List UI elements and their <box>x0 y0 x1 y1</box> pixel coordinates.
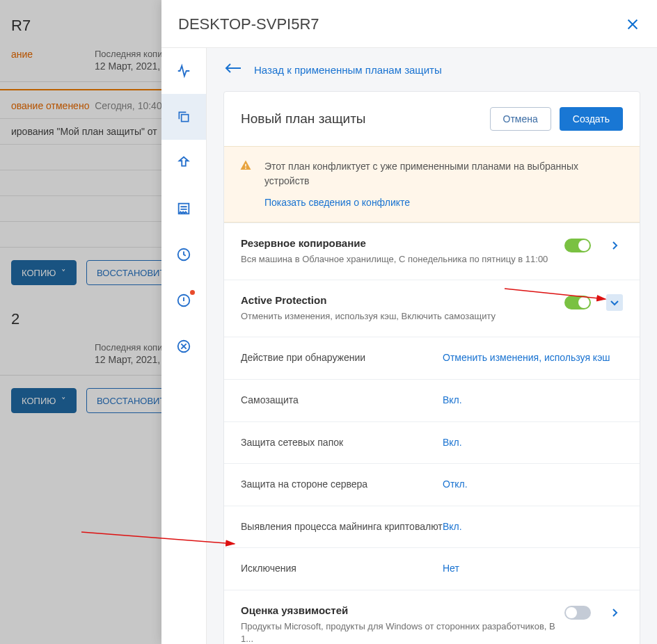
create-button[interactable]: Создать <box>560 107 623 131</box>
svg-rect-0 <box>182 115 189 122</box>
backup-sub: Вся машина в Облачное хранилище, С понед… <box>241 253 564 266</box>
setting-server-side[interactable]: Защита на стороне сервера Откл. <box>224 463 640 506</box>
panel-title: DESKTOP-SVPI5R7 <box>178 15 319 33</box>
section-backup: Резервное копирование Вся машина в Облач… <box>224 223 640 280</box>
alert-text: Этот план конфликтует с уже примененными… <box>264 159 623 188</box>
rail-activity[interactable] <box>161 48 206 94</box>
backup-toggle[interactable] <box>564 239 591 252</box>
setting-detection-action[interactable]: Действие при обнаружении Отменить измене… <box>224 337 640 379</box>
vuln-sub: Продукты Microsoft, продукты для Windows… <box>241 620 564 644</box>
copy-icon <box>177 110 191 124</box>
setting-exclusions-value[interactable]: Нет <box>443 562 623 576</box>
setting-net-value[interactable]: Вкл. <box>443 436 623 450</box>
active-title: Active Protection <box>241 294 564 306</box>
setting-detection-value[interactable]: Отменить изменения, используя кэш <box>443 351 623 365</box>
recovery-icon <box>176 155 191 170</box>
back-link[interactable]: Назад к примененным планам защиты <box>254 64 442 76</box>
active-sub: Отменить изменения, используя кэш, Включ… <box>241 310 564 323</box>
activity-icon <box>176 63 191 79</box>
active-expand[interactable] <box>606 294 623 311</box>
warning-icon <box>239 159 252 175</box>
svg-point-5 <box>245 168 246 169</box>
panel-content: Назад к примененным планам защиты Новый … <box>207 48 657 644</box>
rail-alerts[interactable] <box>161 277 206 323</box>
delete-icon <box>176 339 191 354</box>
section-active-protection: Active Protection Отменить изменения, ис… <box>224 280 640 337</box>
rail-delete[interactable] <box>161 323 206 369</box>
side-rail <box>161 48 207 644</box>
panel-header: DESKTOP-SVPI5R7 <box>161 0 657 48</box>
setting-self-value[interactable]: Вкл. <box>443 394 623 408</box>
side-panel: DESKTOP-SVPI5R7 <box>161 0 657 644</box>
alert-details-link[interactable]: Показать сведения о конфликте <box>264 197 623 208</box>
vuln-title: Оценка уязвимостей <box>241 604 564 616</box>
card-title: Новый план защиты <box>241 111 366 127</box>
vuln-toggle[interactable] <box>564 606 591 620</box>
setting-self-protection[interactable]: Самозащита Вкл. <box>224 379 640 421</box>
conflict-alert: Этот план конфликтует с уже примененными… <box>224 146 640 223</box>
chevron-right-icon <box>611 241 618 250</box>
receipt-icon <box>176 201 191 216</box>
bg-status-text: ание <box>11 49 95 60</box>
alert-icon <box>176 293 191 308</box>
bg-cancel-note: ование отменено <box>11 100 89 111</box>
setting-mining-value[interactable]: Вкл. <box>443 520 623 534</box>
plan-card: Новый план защиты Отмена Создать Этот пл… <box>223 91 640 644</box>
setting-network-folders[interactable]: Защита сетевых папок Вкл. <box>224 421 640 464</box>
alert-badge-dot <box>190 290 195 295</box>
bg-today: Сегодня, 10:40 <box>95 100 161 111</box>
rail-plans[interactable] <box>161 94 206 140</box>
active-toggle[interactable] <box>564 296 591 309</box>
vuln-expand[interactable] <box>606 604 623 621</box>
section-vulnerability: Оценка уязвимостей Продукты Microsoft, п… <box>224 590 640 644</box>
rail-schedule[interactable] <box>161 232 206 277</box>
cancel-button[interactable]: Отмена <box>490 107 551 131</box>
bg-copy-button-1: КОПИЮ ˅ <box>11 260 77 285</box>
rail-storage[interactable] <box>161 186 206 232</box>
backup-expand[interactable] <box>606 237 623 254</box>
clock-icon <box>176 247 191 262</box>
bg-copy-button-2: КОПИЮ ˅ <box>11 388 77 413</box>
back-arrow-icon[interactable] <box>223 62 242 77</box>
close-button[interactable] <box>625 17 640 32</box>
setting-server-value[interactable]: Откл. <box>443 478 623 492</box>
setting-exclusions[interactable]: Исключения Нет <box>224 547 640 590</box>
backup-title: Резервное копирование <box>241 237 564 249</box>
rail-recovery[interactable] <box>161 140 206 186</box>
chevron-right-icon <box>611 608 618 618</box>
setting-crypto-mining[interactable]: Выявления процесса майнинга криптовалют … <box>224 506 640 548</box>
close-icon <box>625 17 640 32</box>
chevron-down-icon <box>610 299 619 306</box>
